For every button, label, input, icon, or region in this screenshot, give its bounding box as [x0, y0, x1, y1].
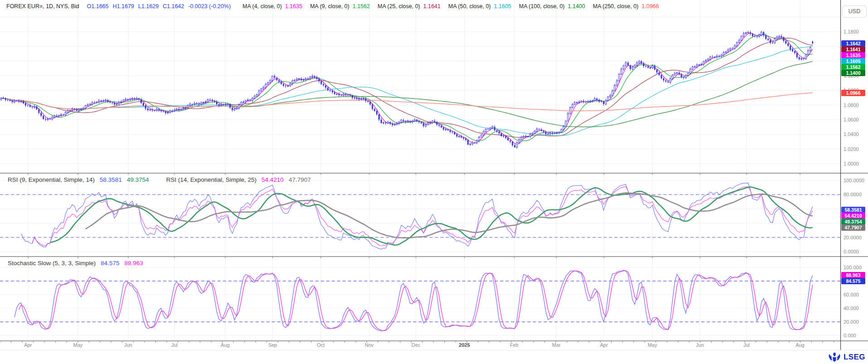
ma-label: MA (250, close, 0) [593, 3, 639, 10]
lseg-crest-icon [828, 352, 841, 363]
ma-value: 1.1641 [423, 3, 440, 10]
ma-legend-25[interactable]: MA (25, close, 0) 1.1641 [377, 3, 440, 10]
ma-legend-50[interactable]: MA (50, close, 0) 1.1605 [448, 3, 511, 10]
ma-value: 1.1562 [352, 3, 370, 10]
rsi1-value: 58.3581 [100, 176, 122, 183]
rsi-legend[interactable]: RSI (9, Exponential, Simple, 14) 58.3581… [6, 176, 312, 184]
axis-tick-marks [0, 173, 834, 343]
change-value: -0.0023 (-0.20%) [188, 3, 231, 10]
ma-label: MA (100, close, 0) [519, 3, 565, 10]
ma-legend-4[interactable]: MA (4, close, 0) 1.1635 [242, 3, 302, 10]
panel-separators [0, 0, 868, 350]
ma-label: MA (4, close, 0) [242, 3, 282, 10]
legend-spacer [154, 176, 161, 183]
ma-line-4 [1, 33, 813, 144]
ma-line-9 [1, 34, 813, 141]
candles-layer [0, 31, 813, 149]
rsi1-title: RSI (9, Exponential, Simple, 14) [8, 176, 95, 183]
ma-label: MA (50, close, 0) [448, 3, 491, 10]
ma-lines [1, 33, 813, 144]
rsi-lines [21, 183, 813, 249]
lseg-logo-text: LSEG [844, 353, 865, 362]
stochastic-legend[interactable]: Stochastic Slow (5, 3, 3, Simple) 84.575… [6, 259, 145, 267]
ma-label: MA (9, close, 0) [310, 3, 349, 10]
rsi1-ma-value: 49.3754 [127, 176, 149, 183]
ma-legend-100[interactable]: MA (100, close, 0) 1.1400 [519, 3, 585, 10]
ma-value: 1.1400 [568, 3, 585, 10]
high-value: H1.1679 [113, 3, 134, 10]
ma-line-50 [1, 46, 813, 136]
low-value: L1.1629 [138, 3, 159, 10]
ma-value: 1.1635 [285, 3, 302, 10]
rsi2-ma-value: 47.7907 [289, 176, 311, 183]
chart-window: 1.18001.16001.14001.12001.10001.08001.06… [0, 0, 868, 364]
rsi2-title: RSI (14, Exponential, Simple, 25) [166, 176, 257, 183]
ma-label: MA (25, close, 0) [377, 3, 420, 10]
open-value: O1.1665 [87, 3, 109, 10]
symbol-title[interactable]: FOREX EUR=, 1D, NYS, Bid [6, 3, 79, 10]
ma-legend-250[interactable]: MA (250, close, 0) 1.0966 [593, 3, 659, 10]
stoch-k-value: 84.575 [101, 260, 119, 267]
ohlc-values: O1.1665H1.1679L1.1629C1.1642-0.0023 (-0.… [87, 3, 235, 10]
currency-selector-button[interactable]: USD [842, 5, 867, 18]
stoch-d-value: 88.963 [125, 260, 143, 267]
ma-value: 1.0966 [641, 3, 659, 10]
close-value: C1.1642 [163, 3, 184, 10]
stoch-title: Stochastic Slow (5, 3, 3, Simple) [8, 260, 96, 267]
ma-value: 1.1605 [494, 3, 511, 10]
vertical-gridlines [28, 0, 800, 341]
rsi2-value: 54.4210 [261, 176, 284, 183]
lseg-logo: LSEG [828, 352, 865, 363]
ma-legend-9[interactable]: MA (9, close, 0) 1.1562 [310, 3, 370, 10]
chart-header: FOREX EUR=, 1D, NYS, Bid O1.1665H1.1679L… [6, 3, 659, 10]
